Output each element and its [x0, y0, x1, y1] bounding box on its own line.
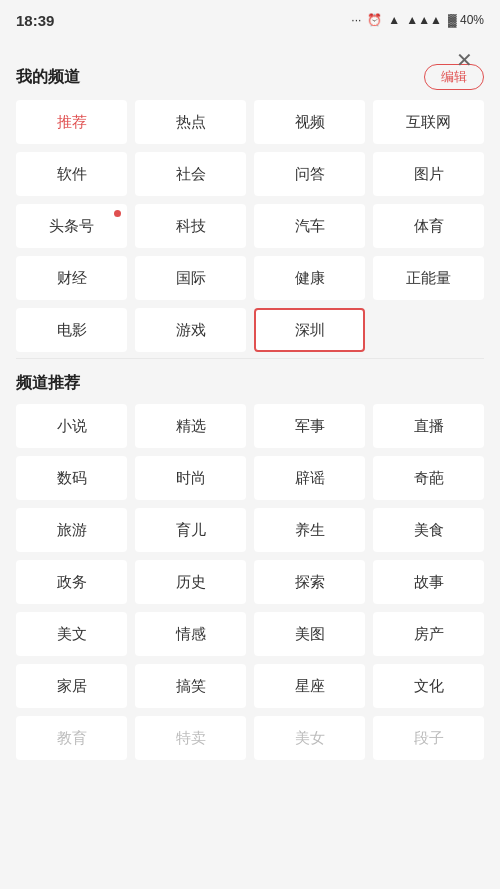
- my-channel-item[interactable]: 健康: [254, 256, 365, 300]
- my-channel-item[interactable]: 国际: [135, 256, 246, 300]
- recommend-channel-item[interactable]: 美图: [254, 612, 365, 656]
- my-channel-item[interactable]: 头条号: [16, 204, 127, 248]
- my-channel-item[interactable]: 深圳: [254, 308, 365, 352]
- recommend-channel-item[interactable]: 家居: [16, 664, 127, 708]
- wifi-icon: ▲: [388, 13, 400, 27]
- recommend-channels-header: 频道推荐: [16, 373, 484, 394]
- my-channel-item[interactable]: 互联网: [373, 100, 484, 144]
- recommend-channel-item[interactable]: 育儿: [135, 508, 246, 552]
- recommend-channel-item[interactable]: 美女: [254, 716, 365, 760]
- recommend-channel-item[interactable]: 教育: [16, 716, 127, 760]
- my-channel-item[interactable]: 软件: [16, 152, 127, 196]
- my-channel-item[interactable]: 科技: [135, 204, 246, 248]
- my-channel-item[interactable]: 社会: [135, 152, 246, 196]
- my-channel-item[interactable]: 汽车: [254, 204, 365, 248]
- recommend-channel-item[interactable]: 房产: [373, 612, 484, 656]
- my-channel-item[interactable]: 游戏: [135, 308, 246, 352]
- recommend-channel-item[interactable]: 军事: [254, 404, 365, 448]
- recommend-channel-item[interactable]: 美食: [373, 508, 484, 552]
- recommend-channel-item[interactable]: 辟谣: [254, 456, 365, 500]
- recommend-channel-item[interactable]: 文化: [373, 664, 484, 708]
- recommend-channel-item[interactable]: 情感: [135, 612, 246, 656]
- network-icon: ▲▲▲: [406, 13, 442, 27]
- my-channel-item[interactable]: 体育: [373, 204, 484, 248]
- recommend-channel-item[interactable]: 段子: [373, 716, 484, 760]
- status-bar: 18:39 ··· ⏰ ▲ ▲▲▲ ▓ 40%: [0, 0, 500, 40]
- my-channel-item[interactable]: 正能量: [373, 256, 484, 300]
- alarm-icon: ⏰: [367, 13, 382, 27]
- recommend-channel-item[interactable]: 小说: [16, 404, 127, 448]
- my-channel-item[interactable]: 推荐: [16, 100, 127, 144]
- recommend-channels-grid: 小说精选军事直播数码时尚辟谣奇葩旅游育儿养生美食政务历史探索故事美文情感美图房产…: [16, 404, 484, 760]
- recommend-channel-item[interactable]: 旅游: [16, 508, 127, 552]
- recommend-channel-item[interactable]: 美文: [16, 612, 127, 656]
- recommend-channel-item[interactable]: 养生: [254, 508, 365, 552]
- status-time: 18:39: [16, 12, 54, 29]
- recommend-channels-title: 频道推荐: [16, 373, 80, 394]
- my-channels-grid: 推荐热点视频互联网软件社会问答图片头条号科技汽车体育财经国际健康正能量电影游戏深…: [16, 100, 484, 352]
- recommend-channel-item[interactable]: 奇葩: [373, 456, 484, 500]
- status-icons: ··· ⏰ ▲ ▲▲▲ ▓ 40%: [351, 13, 484, 27]
- recommend-channel-item[interactable]: 星座: [254, 664, 365, 708]
- recommend-channel-item[interactable]: 探索: [254, 560, 365, 604]
- my-channel-item[interactable]: 问答: [254, 152, 365, 196]
- main-container: 我的频道 编辑 推荐热点视频互联网软件社会问答图片头条号科技汽车体育财经国际健康…: [0, 40, 500, 760]
- signal-dots-icon: ···: [351, 13, 361, 27]
- recommend-channel-item[interactable]: 政务: [16, 560, 127, 604]
- my-channel-item[interactable]: 电影: [16, 308, 127, 352]
- recommend-channel-item[interactable]: 直播: [373, 404, 484, 448]
- recommend-channel-item[interactable]: 故事: [373, 560, 484, 604]
- close-button[interactable]: ✕: [448, 44, 480, 76]
- recommend-channel-item[interactable]: 时尚: [135, 456, 246, 500]
- my-channel-item[interactable]: 热点: [135, 100, 246, 144]
- my-channel-item[interactable]: 图片: [373, 152, 484, 196]
- recommend-channel-item[interactable]: 搞笑: [135, 664, 246, 708]
- recommend-channel-item[interactable]: 历史: [135, 560, 246, 604]
- battery-icon: ▓ 40%: [448, 13, 484, 27]
- my-channel-item[interactable]: 视频: [254, 100, 365, 144]
- recommend-channel-item[interactable]: 数码: [16, 456, 127, 500]
- my-channels-header: 我的频道 编辑: [16, 64, 484, 90]
- red-dot-indicator: [114, 210, 121, 217]
- recommend-channel-item[interactable]: 精选: [135, 404, 246, 448]
- divider: [16, 358, 484, 359]
- my-channels-title: 我的频道: [16, 67, 80, 88]
- my-channel-item[interactable]: 财经: [16, 256, 127, 300]
- recommend-channel-item[interactable]: 特卖: [135, 716, 246, 760]
